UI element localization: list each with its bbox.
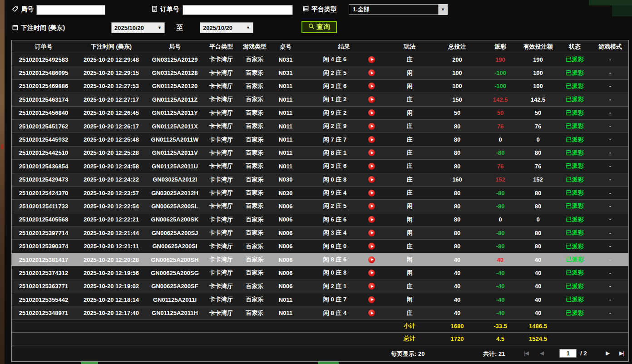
table-row[interactable]: 251020125374312 2025-10-20 12:19:56 GN00… — [12, 266, 628, 280]
play-icon[interactable] — [368, 176, 375, 183]
play-icon[interactable] — [368, 190, 375, 197]
cell-valid-bet: 80 — [518, 203, 558, 210]
document-icon — [151, 5, 158, 14]
cell-platform-type: 卡卡湾厅 — [202, 149, 240, 157]
play-icon[interactable] — [368, 109, 375, 116]
result-text: 闲 8 庄 4 — [301, 309, 368, 317]
play-icon[interactable] — [368, 230, 375, 236]
play-icon[interactable] — [368, 243, 375, 250]
cell-valid-bet: 76 — [518, 163, 558, 170]
cell-total-bet: 80 — [432, 163, 482, 170]
chevron-down-icon[interactable]: ▼ — [438, 5, 447, 15]
play-icon[interactable] — [368, 283, 375, 290]
page-number-input[interactable] — [559, 349, 577, 358]
column-header-order: 订单号 — [12, 43, 75, 51]
round-number-input[interactable] — [36, 5, 105, 15]
next-page-button[interactable]: ▶ — [606, 350, 609, 356]
cell-play-type: 庄 — [387, 282, 432, 290]
result-text: 闲 2 庄 5 — [301, 69, 368, 77]
cell-game-type: 百家乐 — [240, 149, 270, 157]
table-row[interactable]: 251020125390374 2025-10-20 12:21:11 GN00… — [12, 240, 628, 253]
table-row[interactable]: 251020125492583 2025-10-20 12:29:48 GN03… — [12, 53, 628, 66]
cell-round-number: GN00625A200SL — [147, 203, 202, 210]
platform-type-select[interactable]: 1.全部 ▼ — [349, 4, 448, 15]
cell-status: 已派彩 — [558, 202, 592, 210]
first-page-button[interactable]: |◀ — [524, 350, 528, 356]
platform-type-label: 平台类型 — [302, 5, 337, 14]
cell-bet-time: 2025-10-20 12:29:48 — [75, 56, 147, 63]
table-row[interactable]: 251020125451762 2025-10-20 12:26:17 GN01… — [12, 120, 628, 133]
play-icon[interactable] — [368, 216, 375, 223]
table-row[interactable]: 251020125469886 2025-10-20 12:27:53 GN01… — [12, 80, 628, 93]
prev-page-button[interactable]: ◀ — [540, 350, 543, 356]
cell-platform-type: 卡卡湾厅 — [202, 269, 240, 277]
query-button[interactable]: 查询 — [301, 21, 337, 33]
cell-bet-time: 2025-10-20 12:22:21 — [75, 216, 147, 223]
table-row[interactable]: 251020125445932 2025-10-20 12:25:48 GN01… — [12, 133, 628, 146]
cell-payout: 76 — [482, 123, 518, 130]
cell-status: 已派彩 — [558, 69, 592, 77]
cell-order-number: 251020125445932 — [12, 136, 75, 143]
cell-game-type: 百家乐 — [240, 282, 270, 290]
result-text: 闲 3 庄 4 — [301, 229, 368, 237]
table-row[interactable]: 251020125363771 2025-10-20 12:19:02 GN00… — [12, 280, 628, 293]
play-icon[interactable] — [368, 270, 375, 276]
cell-result: 闲 0 庄 8 — [301, 269, 387, 277]
table-row[interactable]: 251020125436854 2025-10-20 12:24:58 GN01… — [12, 160, 628, 173]
cell-play-type: 闲 — [387, 69, 432, 77]
cell-play-type: 闲 — [387, 295, 432, 304]
grand-total-label: 总计 — [387, 334, 432, 343]
table-row[interactable]: 251020125424370 2025-10-20 12:23:57 GN03… — [12, 187, 628, 200]
play-icon[interactable] — [368, 310, 375, 316]
cell-game-mode: - — [592, 283, 628, 290]
cell-total-bet: 50 — [432, 109, 482, 116]
cell-round-number: GN01125A20120 — [147, 83, 202, 89]
cell-table-number: N006 — [270, 243, 301, 250]
round-number-label: 局号 — [12, 5, 34, 14]
cell-bet-time: 2025-10-20 12:23:57 — [75, 190, 147, 197]
cell-payout: 190 — [482, 56, 518, 63]
cell-order-number: 251020125355442 — [12, 296, 75, 303]
table-row[interactable]: 251020125405568 2025-10-20 12:22:21 GN00… — [12, 213, 628, 226]
play-icon[interactable] — [368, 203, 375, 210]
cell-payout: -100 — [482, 83, 518, 89]
date-to-picker[interactable]: 2025/10/20 ▼ — [200, 22, 253, 33]
play-icon[interactable] — [368, 69, 375, 76]
play-icon[interactable] — [368, 123, 375, 130]
play-icon[interactable] — [368, 136, 375, 143]
table-row[interactable]: 251020125381417 2025-10-20 12:20:28 GN00… — [12, 253, 628, 266]
cell-payout: 50 — [482, 109, 518, 116]
table-row[interactable]: 251020125442510 2025-10-20 12:25:28 GN01… — [12, 147, 628, 160]
column-header-platform: 平台类型 — [202, 43, 240, 51]
table-row[interactable]: 251020125355442 2025-10-20 12:18:14 GN01… — [12, 293, 628, 306]
cell-total-bet: 80 — [432, 190, 482, 197]
cell-round-number: GN03125A20129 — [147, 56, 202, 63]
cell-game-mode: - — [592, 83, 628, 89]
date-from-picker[interactable]: 2025/10/20 ▼ — [111, 22, 165, 33]
cell-payout: 76 — [482, 163, 518, 170]
table-row[interactable]: 251020125411733 2025-10-20 12:22:54 GN00… — [12, 200, 628, 213]
last-page-button[interactable]: ▶| — [619, 350, 624, 356]
play-icon[interactable] — [368, 163, 375, 170]
table-row[interactable]: 251020125456840 2025-10-20 12:26:45 GN01… — [12, 107, 628, 120]
table-row[interactable]: 251020125429473 2025-10-20 12:24:22 GN03… — [12, 173, 628, 187]
play-icon[interactable] — [368, 256, 375, 263]
cell-game-mode: - — [592, 190, 628, 197]
order-number-input[interactable] — [183, 5, 293, 15]
play-icon[interactable] — [368, 96, 375, 103]
cell-game-type: 百家乐 — [240, 95, 270, 103]
cell-order-number: 251020125451762 — [12, 123, 75, 130]
play-icon[interactable] — [368, 296, 375, 303]
cell-round-number: GN01125A2011V — [147, 149, 202, 156]
table-row[interactable]: 251020125397714 2025-10-20 12:21:44 GN00… — [12, 226, 628, 240]
table-row[interactable]: 251020125348971 2025-10-20 12:17:40 GN01… — [12, 306, 628, 320]
cell-result: 闲 9 庄 0 — [301, 242, 387, 251]
cell-bet-time: 2025-10-20 12:18:14 — [75, 296, 147, 303]
table-row[interactable]: 251020125463174 2025-10-20 12:27:17 GN01… — [12, 93, 628, 106]
column-header-game-mode: 游戏模式 — [592, 43, 628, 51]
table-row[interactable]: 251020125486095 2025-10-20 12:29:15 GN03… — [12, 66, 628, 79]
play-icon[interactable] — [368, 83, 375, 89]
play-icon[interactable] — [368, 149, 375, 156]
play-icon[interactable] — [368, 56, 375, 63]
background-artifact — [589, 0, 632, 5]
